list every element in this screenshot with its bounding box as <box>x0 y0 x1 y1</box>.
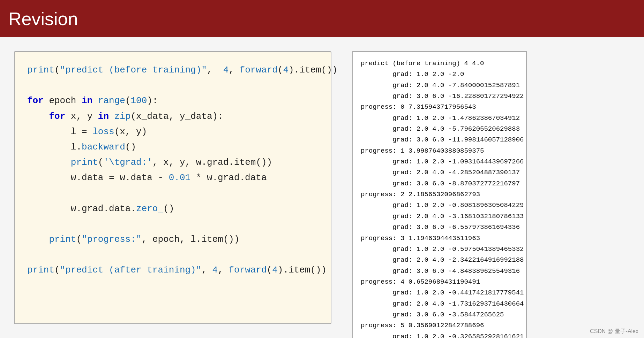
code-pre: print("predict (before training)", 4, fo… <box>27 62 318 278</box>
code-block: print("predict (before training)", 4, fo… <box>14 51 331 324</box>
watermark: CSDN @ 量子-Alex <box>590 328 638 335</box>
header: Revision <box>0 0 644 37</box>
main-content: print("predict (before training)", 4, fo… <box>0 37 644 338</box>
page-title: Revision <box>8 8 78 29</box>
output-block: predict (before training) 4 4.0 grad: 1.… <box>352 51 527 338</box>
